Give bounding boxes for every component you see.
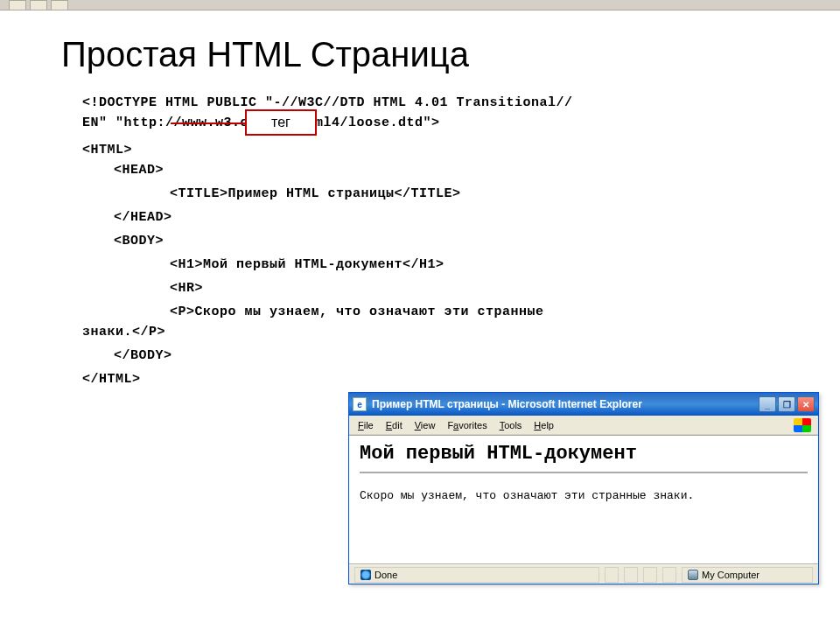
code-line-h1: <H1>Мой первый HTML-документ</H1>	[82, 257, 814, 272]
code-line-body-close: </BODY>	[82, 348, 814, 363]
code-line-title: <TITLE>Пример HTML страницы</TITLE>	[82, 186, 814, 201]
html-source-code: <!DOCTYPE HTML PUBLIC "-//W3C//DTD HTML …	[26, 95, 814, 387]
status-zone: My Computer	[682, 567, 813, 583]
code-line-doctype: <!DOCTYPE HTML PUBLIC "-//W3C//DTD HTML …	[82, 95, 814, 110]
rendered-hr	[360, 472, 808, 473]
menu-tools[interactable]: Tools	[500, 420, 522, 430]
status-placeholder	[605, 567, 619, 583]
rendered-paragraph: Скоро мы узнаем, что означают эти странн…	[360, 489, 808, 502]
status-placeholder	[624, 567, 638, 583]
toolbar-icon[interactable]	[51, 0, 68, 10]
app-toolbar	[0, 0, 840, 10]
menu-view[interactable]: View	[415, 420, 436, 430]
status-done: Done	[354, 567, 599, 583]
code-line-head-open: <HEAD>	[82, 163, 814, 178]
maximize-button[interactable]: ❐	[778, 396, 795, 412]
menu-favorites[interactable]: Favorites	[447, 420, 486, 430]
code-line-p2: знаки.</P>	[82, 325, 814, 340]
code-line-body-open: <BODY>	[82, 234, 814, 248]
ie-titlebar[interactable]: e Пример HTML страницы - Microsoft Inter…	[349, 393, 818, 416]
ie-statusbar: Done My Computer	[349, 564, 818, 584]
ie-browser-window: e Пример HTML страницы - Microsoft Inter…	[348, 392, 819, 584]
close-button[interactable]: ✕	[797, 396, 815, 412]
code-line-html-close: </HTML>	[82, 372, 814, 387]
minimize-button[interactable]: _	[759, 396, 776, 412]
status-placeholder	[662, 567, 676, 583]
toolbar-icon[interactable]	[30, 0, 47, 10]
toolbar-icon[interactable]	[9, 0, 26, 10]
ie-page-content: Мой первый HTML-документ Скоро мы узнаем…	[349, 435, 818, 564]
slide-title: Простая HTML Страница	[26, 35, 814, 74]
menu-help[interactable]: Help	[534, 420, 554, 430]
ie-menubar: File Edit View Favorites Tools Help	[349, 416, 818, 435]
code-line-html-open: <HTML>	[82, 143, 814, 158]
code-line-hr: <HR>	[82, 281, 814, 296]
menu-edit[interactable]: Edit	[386, 420, 402, 430]
ie-window-title: Пример HTML страницы - Microsoft Interne…	[372, 398, 759, 410]
callout-connector	[171, 122, 245, 124]
status-done-text: Done	[374, 570, 397, 580]
my-computer-icon	[688, 570, 698, 580]
status-location-text: My Computer	[702, 570, 760, 580]
page-icon	[360, 570, 371, 580]
rendered-h1: Мой первый HTML-документ	[360, 443, 808, 465]
ie-logo-icon	[790, 416, 815, 435]
ie-page-icon: e	[353, 397, 367, 411]
menu-file[interactable]: File	[358, 420, 374, 430]
status-placeholder	[643, 567, 657, 583]
code-line-head-close: </HEAD>	[82, 210, 814, 225]
callout-tag-label: тег	[245, 109, 317, 136]
code-line-p1: <P>Скоро мы узнаем, что означают эти стр…	[82, 304, 814, 319]
